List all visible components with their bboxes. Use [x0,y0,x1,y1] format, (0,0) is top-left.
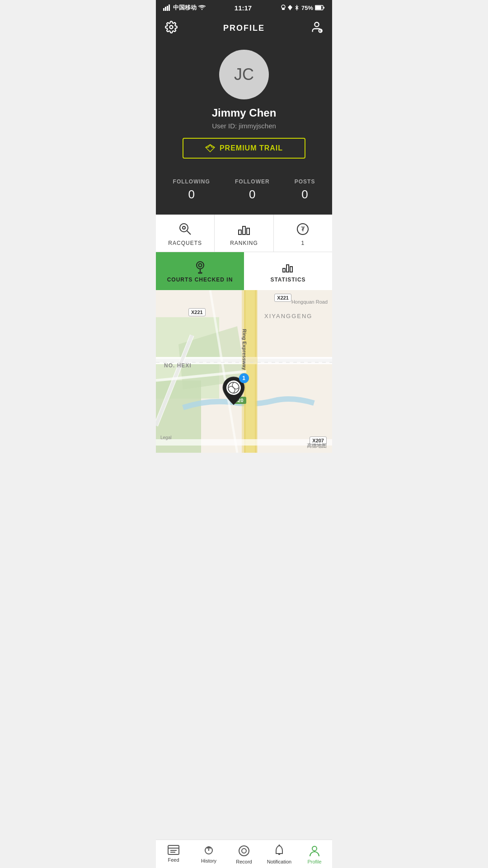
svg-rect-18 [239,230,241,235]
hongquan-road-label: Hongquan Road [291,299,328,305]
ring-expressway-label: Ring Expressway [242,329,247,370]
following-label: FOLLOWING [173,178,210,185]
bluetooth-icon [294,5,300,10]
profile-name: Jimmy Chen [212,107,277,119]
profile-section: JC Jimmy Chen User ID: jimmyjschen PREMI… [156,41,332,169]
xiyanggeng-label: XIYANGGENG [264,313,312,319]
racquet-icon [178,222,192,236]
legal-label: Legal [160,435,171,440]
svg-point-11 [314,23,319,27]
posts-value: 0 [301,188,308,202]
svg-point-23 [197,262,204,269]
svg-rect-28 [286,265,289,272]
svg-point-15 [180,224,188,232]
tab-statistics[interactable]: STATISTICS [244,252,332,290]
stat-following[interactable]: FOLLOWING 0 [173,178,210,202]
svg-rect-8 [315,6,321,9]
road-label-x221-top: X221 [274,294,291,302]
ranking-nav-item[interactable]: RANKING [215,215,273,252]
stat-posts[interactable]: POSTS 0 [295,178,315,202]
tabs: COURTS CHECKED IN STATISTICS [156,252,332,290]
svg-rect-39 [156,439,332,446]
svg-rect-3 [169,5,170,11]
profile-userid: User ID: jimmyjschen [212,122,276,130]
svg-rect-29 [290,267,292,272]
road-label-x221-left: X221 [188,308,206,316]
page-title: PROFILE [223,23,265,33]
avatar: JC [219,50,269,99]
follower-label: FOLLOWER [235,178,270,185]
svg-marker-14 [206,145,215,152]
courts-icon [193,259,207,274]
user-search-button[interactable] [310,21,323,35]
status-time: 11:17 [235,4,252,12]
svg-marker-6 [288,5,292,10]
lock-icon [281,5,286,11]
svg-rect-20 [247,228,249,235]
svg-rect-19 [243,226,245,235]
svg-rect-1 [165,7,166,11]
svg-point-24 [198,264,202,267]
status-bar: 中国移动 11:17 75% [156,0,332,15]
statistics-icon [281,259,296,274]
no-hexi-label: NO. HEXI [164,362,192,369]
diamond-icon [205,144,215,152]
statistics-tab-label: STATISTICS [270,277,305,283]
wifi-icon [198,5,206,10]
status-carrier: 中国移动 [163,4,206,12]
svg-rect-9 [324,7,324,9]
court-marker[interactable]: 1 [221,376,246,408]
status-indicators: 75% [281,5,325,11]
amap-logo: 高德地图 [307,442,327,449]
svg-line-13 [321,31,322,32]
premium-button[interactable]: PREMIUM TRAIL [183,138,305,159]
battery-icon [315,5,325,10]
following-value: 0 [188,188,194,202]
racquets-label: RACQUETS [168,240,202,246]
coins-nav-item[interactable]: ₮ 1 [274,215,332,252]
svg-line-16 [187,231,191,235]
tab-courts-checked-in[interactable]: COURTS CHECKED IN [156,252,244,290]
ranking-label: RANKING [230,240,258,246]
ranking-icon [237,222,251,236]
map-area[interactable]: X221 X221 Ring Expressway XIYANGGENG Hon… [156,290,332,453]
svg-text:₮: ₮ [301,225,305,233]
svg-point-17 [183,226,185,229]
stat-follower[interactable]: FOLLOWER 0 [235,178,270,202]
svg-rect-2 [167,6,168,11]
icon-nav: RACQUETS RANKING ₮ 1 [156,215,332,252]
follower-value: 0 [249,188,255,202]
header: PROFILE [156,15,332,41]
stats-row: FOLLOWING 0 FOLLOWER 0 POSTS 0 [156,169,332,215]
posts-label: POSTS [295,178,315,185]
svg-rect-5 [282,8,285,10]
svg-point-10 [170,26,173,29]
svg-rect-0 [163,8,164,11]
svg-rect-27 [283,268,285,272]
courts-tab-label: COURTS CHECKED IN [167,277,233,283]
racquets-nav-item[interactable]: RACQUETS [156,215,215,252]
signal-icon [163,5,171,11]
location-icon [288,5,292,10]
settings-button[interactable] [165,21,178,35]
coins-icon: ₮ [296,222,310,236]
marker-badge: 1 [239,373,249,383]
premium-label: PREMIUM TRAIL [220,144,283,152]
ranking-value: 1 [301,240,305,246]
